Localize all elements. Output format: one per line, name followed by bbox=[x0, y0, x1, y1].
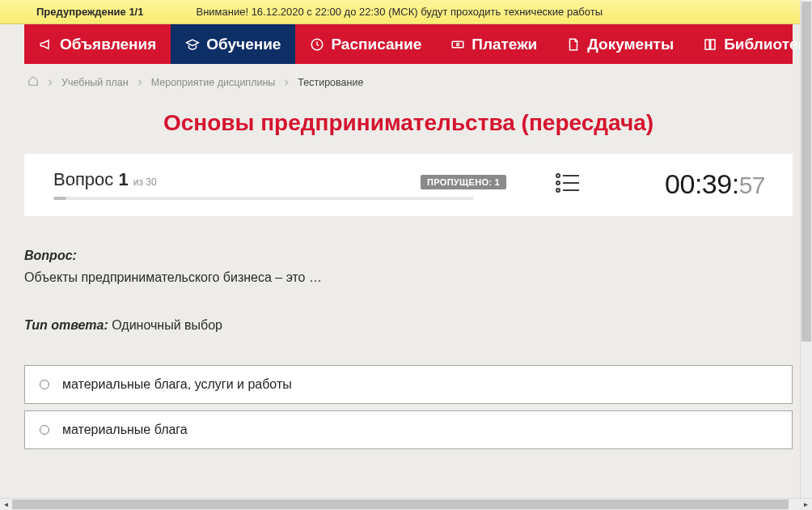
answer-option[interactable]: материальные блага bbox=[24, 410, 793, 449]
graduation-icon bbox=[185, 37, 200, 52]
question-text: Объекты предпринимательского бизнеса – э… bbox=[24, 268, 793, 287]
nav-label: Документы bbox=[587, 36, 674, 53]
page-title: Основы предпринимательства (пересдача) bbox=[0, 110, 812, 136]
file-icon bbox=[566, 37, 581, 52]
svg-rect-1 bbox=[452, 41, 463, 48]
question-number-label: Вопрос 1 из 30 bbox=[53, 169, 157, 190]
warning-title: Предупреждение 1/1 bbox=[36, 6, 143, 18]
svg-point-2 bbox=[457, 43, 459, 45]
nav-library[interactable]: Библиотека bbox=[688, 24, 812, 64]
nav-label: Обучение bbox=[206, 36, 281, 53]
nav-payments[interactable]: Платежи bbox=[436, 24, 552, 64]
scroll-right-arrow[interactable]: ► bbox=[800, 499, 812, 511]
book-icon bbox=[703, 37, 717, 52]
warning-message: Внимание! 16.12.2020 с 22:00 до 22:30 (М… bbox=[196, 6, 796, 18]
nav-documents[interactable]: Документы bbox=[552, 24, 688, 64]
radio-icon[interactable] bbox=[40, 425, 49, 435]
svg-point-3 bbox=[556, 174, 560, 177]
svg-point-7 bbox=[556, 189, 560, 192]
chevron-right-icon bbox=[283, 77, 290, 88]
answer-label: материальные блага bbox=[62, 423, 188, 437]
nav-label: Платежи bbox=[472, 36, 537, 53]
clock-icon bbox=[310, 37, 324, 52]
chevron-right-icon bbox=[137, 77, 143, 88]
progress-bar bbox=[53, 197, 474, 200]
skipped-badge: ПРОПУЩЕНО: 1 bbox=[421, 175, 506, 189]
timer: 00:39:57 bbox=[665, 168, 773, 200]
answer-option[interactable]: материальные блага, услуги и работы bbox=[24, 365, 793, 404]
breadcrumb: Учебный план Мероприятие дисциплины Тест… bbox=[0, 64, 812, 96]
question-header-card: Вопрос 1 из 30 ПРОПУЩЕНО: 1 bbox=[24, 154, 793, 216]
nav-label: Объявления bbox=[60, 36, 156, 53]
chevron-right-icon bbox=[47, 77, 53, 88]
answer-type: Тип ответа: Одиночный выбор bbox=[24, 318, 793, 333]
radio-icon[interactable] bbox=[40, 380, 49, 389]
answer-label: материальные блага, услуги и работы bbox=[62, 377, 292, 392]
vertical-scrollbar[interactable] bbox=[800, 0, 812, 498]
svg-point-5 bbox=[556, 181, 560, 185]
scroll-left-arrow[interactable]: ◄ bbox=[0, 499, 12, 511]
nav-announcements[interactable]: Объявления bbox=[24, 24, 171, 64]
breadcrumb-current: Тестирование bbox=[298, 77, 363, 88]
warning-bar: Предупреждение 1/1 Внимание! 16.12.2020 … bbox=[0, 0, 812, 24]
scrollbar-thumb[interactable] bbox=[801, 2, 811, 342]
home-icon[interactable] bbox=[27, 75, 39, 89]
question-heading: Вопрос: bbox=[24, 249, 793, 263]
main-nav: Объявления Обучение Расписание Платежи bbox=[24, 24, 793, 64]
megaphone-icon bbox=[39, 37, 53, 52]
answers-list: материальные блага, услуги и работы мате… bbox=[24, 365, 793, 449]
scrollbar-thumb[interactable] bbox=[12, 499, 789, 509]
nav-label: Расписание bbox=[331, 36, 421, 53]
question-body: Вопрос: Объекты предпринимательского биз… bbox=[24, 249, 793, 333]
breadcrumb-link[interactable]: Учебный план bbox=[61, 77, 129, 88]
horizontal-scrollbar[interactable]: ◄ ► bbox=[0, 498, 812, 510]
nav-label: Библиотека bbox=[724, 36, 812, 53]
breadcrumb-link[interactable]: Мероприятие дисциплины bbox=[151, 77, 276, 88]
cash-icon bbox=[450, 37, 465, 52]
question-list-button[interactable] bbox=[555, 171, 581, 198]
nav-schedule[interactable]: Расписание bbox=[295, 24, 436, 64]
nav-education[interactable]: Обучение bbox=[171, 24, 295, 64]
